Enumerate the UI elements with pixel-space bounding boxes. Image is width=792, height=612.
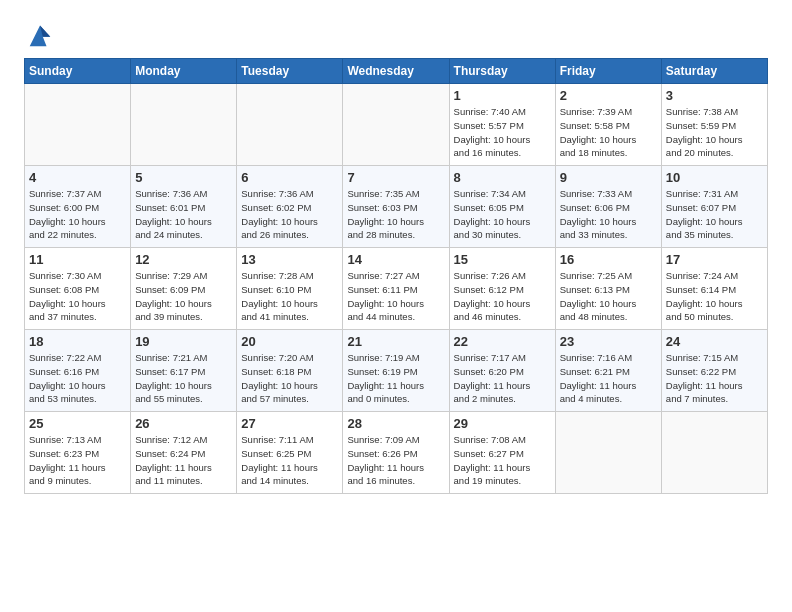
day-info: Sunrise: 7:39 AMSunset: 5:58 PMDaylight:… [560,105,657,160]
day-info: Sunrise: 7:17 AMSunset: 6:20 PMDaylight:… [454,351,551,406]
week-row-4: 25Sunrise: 7:13 AMSunset: 6:23 PMDayligh… [25,412,768,494]
day-info: Sunrise: 7:25 AMSunset: 6:13 PMDaylight:… [560,269,657,324]
day-cell: 26Sunrise: 7:12 AMSunset: 6:24 PMDayligh… [131,412,237,494]
day-cell: 18Sunrise: 7:22 AMSunset: 6:16 PMDayligh… [25,330,131,412]
day-cell: 9Sunrise: 7:33 AMSunset: 6:06 PMDaylight… [555,166,661,248]
day-cell: 5Sunrise: 7:36 AMSunset: 6:01 PMDaylight… [131,166,237,248]
day-number: 5 [135,170,232,185]
day-cell: 10Sunrise: 7:31 AMSunset: 6:07 PMDayligh… [661,166,767,248]
day-cell: 12Sunrise: 7:29 AMSunset: 6:09 PMDayligh… [131,248,237,330]
day-cell: 11Sunrise: 7:30 AMSunset: 6:08 PMDayligh… [25,248,131,330]
day-number: 20 [241,334,338,349]
header [24,20,768,48]
day-number: 22 [454,334,551,349]
day-info: Sunrise: 7:35 AMSunset: 6:03 PMDaylight:… [347,187,444,242]
day-cell: 3Sunrise: 7:38 AMSunset: 5:59 PMDaylight… [661,84,767,166]
day-number: 2 [560,88,657,103]
calendar-table: SundayMondayTuesdayWednesdayThursdayFrid… [24,58,768,494]
day-cell: 20Sunrise: 7:20 AMSunset: 6:18 PMDayligh… [237,330,343,412]
col-header-monday: Monday [131,59,237,84]
day-info: Sunrise: 7:27 AMSunset: 6:11 PMDaylight:… [347,269,444,324]
day-info: Sunrise: 7:37 AMSunset: 6:00 PMDaylight:… [29,187,126,242]
day-cell: 7Sunrise: 7:35 AMSunset: 6:03 PMDaylight… [343,166,449,248]
day-number: 11 [29,252,126,267]
day-cell: 17Sunrise: 7:24 AMSunset: 6:14 PMDayligh… [661,248,767,330]
logo-icon [26,20,54,48]
week-row-3: 18Sunrise: 7:22 AMSunset: 6:16 PMDayligh… [25,330,768,412]
day-cell: 16Sunrise: 7:25 AMSunset: 6:13 PMDayligh… [555,248,661,330]
day-info: Sunrise: 7:38 AMSunset: 5:59 PMDaylight:… [666,105,763,160]
day-info: Sunrise: 7:31 AMSunset: 6:07 PMDaylight:… [666,187,763,242]
day-number: 29 [454,416,551,431]
day-info: Sunrise: 7:22 AMSunset: 6:16 PMDaylight:… [29,351,126,406]
day-info: Sunrise: 7:28 AMSunset: 6:10 PMDaylight:… [241,269,338,324]
day-number: 15 [454,252,551,267]
day-info: Sunrise: 7:30 AMSunset: 6:08 PMDaylight:… [29,269,126,324]
day-info: Sunrise: 7:20 AMSunset: 6:18 PMDaylight:… [241,351,338,406]
day-info: Sunrise: 7:34 AMSunset: 6:05 PMDaylight:… [454,187,551,242]
day-number: 21 [347,334,444,349]
day-cell: 25Sunrise: 7:13 AMSunset: 6:23 PMDayligh… [25,412,131,494]
day-number: 27 [241,416,338,431]
col-header-thursday: Thursday [449,59,555,84]
day-info: Sunrise: 7:13 AMSunset: 6:23 PMDaylight:… [29,433,126,488]
day-number: 17 [666,252,763,267]
day-cell: 6Sunrise: 7:36 AMSunset: 6:02 PMDaylight… [237,166,343,248]
day-cell: 1Sunrise: 7:40 AMSunset: 5:57 PMDaylight… [449,84,555,166]
day-number: 10 [666,170,763,185]
day-cell: 15Sunrise: 7:26 AMSunset: 6:12 PMDayligh… [449,248,555,330]
week-row-0: 1Sunrise: 7:40 AMSunset: 5:57 PMDaylight… [25,84,768,166]
day-info: Sunrise: 7:12 AMSunset: 6:24 PMDaylight:… [135,433,232,488]
day-info: Sunrise: 7:16 AMSunset: 6:21 PMDaylight:… [560,351,657,406]
col-header-wednesday: Wednesday [343,59,449,84]
day-info: Sunrise: 7:11 AMSunset: 6:25 PMDaylight:… [241,433,338,488]
day-number: 4 [29,170,126,185]
day-number: 25 [29,416,126,431]
day-cell [237,84,343,166]
day-info: Sunrise: 7:36 AMSunset: 6:01 PMDaylight:… [135,187,232,242]
day-number: 12 [135,252,232,267]
day-cell [343,84,449,166]
day-number: 18 [29,334,126,349]
day-number: 24 [666,334,763,349]
day-number: 1 [454,88,551,103]
day-cell: 19Sunrise: 7:21 AMSunset: 6:17 PMDayligh… [131,330,237,412]
header-row: SundayMondayTuesdayWednesdayThursdayFrid… [25,59,768,84]
day-cell: 27Sunrise: 7:11 AMSunset: 6:25 PMDayligh… [237,412,343,494]
day-cell [25,84,131,166]
day-number: 9 [560,170,657,185]
day-cell: 23Sunrise: 7:16 AMSunset: 6:21 PMDayligh… [555,330,661,412]
day-info: Sunrise: 7:40 AMSunset: 5:57 PMDaylight:… [454,105,551,160]
day-cell [131,84,237,166]
day-cell: 2Sunrise: 7:39 AMSunset: 5:58 PMDaylight… [555,84,661,166]
day-number: 16 [560,252,657,267]
page: SundayMondayTuesdayWednesdayThursdayFrid… [0,0,792,510]
col-header-saturday: Saturday [661,59,767,84]
day-cell: 28Sunrise: 7:09 AMSunset: 6:26 PMDayligh… [343,412,449,494]
day-number: 6 [241,170,338,185]
day-info: Sunrise: 7:19 AMSunset: 6:19 PMDaylight:… [347,351,444,406]
day-number: 28 [347,416,444,431]
day-info: Sunrise: 7:09 AMSunset: 6:26 PMDaylight:… [347,433,444,488]
day-cell: 13Sunrise: 7:28 AMSunset: 6:10 PMDayligh… [237,248,343,330]
day-info: Sunrise: 7:08 AMSunset: 6:27 PMDaylight:… [454,433,551,488]
day-number: 3 [666,88,763,103]
day-info: Sunrise: 7:33 AMSunset: 6:06 PMDaylight:… [560,187,657,242]
day-info: Sunrise: 7:26 AMSunset: 6:12 PMDaylight:… [454,269,551,324]
day-number: 14 [347,252,444,267]
col-header-sunday: Sunday [25,59,131,84]
col-header-tuesday: Tuesday [237,59,343,84]
day-cell [555,412,661,494]
week-row-2: 11Sunrise: 7:30 AMSunset: 6:08 PMDayligh… [25,248,768,330]
day-number: 23 [560,334,657,349]
day-number: 13 [241,252,338,267]
day-cell [661,412,767,494]
day-cell: 21Sunrise: 7:19 AMSunset: 6:19 PMDayligh… [343,330,449,412]
day-cell: 4Sunrise: 7:37 AMSunset: 6:00 PMDaylight… [25,166,131,248]
day-number: 8 [454,170,551,185]
day-cell: 14Sunrise: 7:27 AMSunset: 6:11 PMDayligh… [343,248,449,330]
logo [24,20,54,48]
day-info: Sunrise: 7:21 AMSunset: 6:17 PMDaylight:… [135,351,232,406]
day-info: Sunrise: 7:36 AMSunset: 6:02 PMDaylight:… [241,187,338,242]
day-number: 26 [135,416,232,431]
